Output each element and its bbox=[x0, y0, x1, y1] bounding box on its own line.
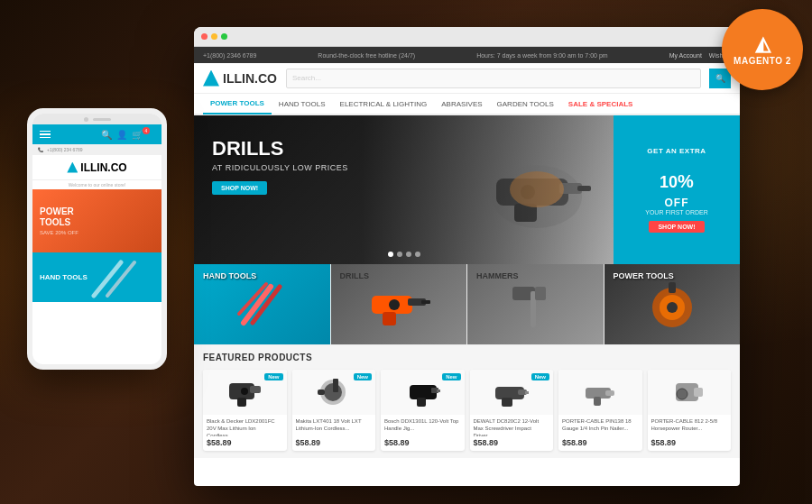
cat-label-power-tools: POWER TOOLS bbox=[614, 271, 674, 280]
browser-bar bbox=[194, 27, 740, 47]
mobile-hero-text: POWERTOOLS bbox=[40, 206, 78, 228]
mobile-search-icon[interactable]: 🔍 bbox=[101, 130, 112, 140]
mobile-hero: POWERTOOLS SAVE 20% OFF bbox=[32, 189, 161, 252]
mobile-hero-save: SAVE 20% OFF bbox=[40, 230, 78, 235]
product-price-1: $58.89 bbox=[207, 438, 283, 447]
browser-dot-red bbox=[201, 33, 208, 40]
svg-line-45 bbox=[107, 262, 134, 296]
nav-item-sale[interactable]: SALE & SPECIALS bbox=[561, 93, 641, 115]
product-card-3[interactable]: New Bosch DDX1301L 120-Volt Top Handle J… bbox=[381, 370, 465, 451]
cat-tile-drills[interactable]: DRILLS bbox=[331, 264, 468, 344]
product-info-5: PORTER-CABLE PIN138 18 Gauge 1/4 Inch Pi… bbox=[558, 415, 642, 451]
product-image-5 bbox=[558, 370, 642, 415]
nav-item-electrical[interactable]: ELECTRICAL & LIGHTING bbox=[333, 93, 435, 115]
product-name-4: DEWALT DC820C2 12-Volt Max Screwdriver I… bbox=[474, 418, 550, 436]
hamburger-menu[interactable] bbox=[40, 131, 51, 139]
promo-suffix: % bbox=[678, 171, 694, 191]
product-image-6 bbox=[648, 370, 732, 415]
svg-point-43 bbox=[677, 389, 687, 399]
product-name-5: PORTER-CABLE PIN138 18 Gauge 1/4 Inch Pi… bbox=[562, 418, 639, 436]
mobile-logo-area: ILLIN.CO bbox=[32, 155, 161, 180]
product-card-4[interactable]: New DEWALT DC820C2 12-Volt Max Screwdriv… bbox=[470, 370, 554, 451]
magento-badge: ◭ MAGENTO 2 bbox=[722, 9, 803, 90]
mobile-mockup: 🔍 👤 🛒 4 📞 +1(800) 234 6789 ILLIN.CO Welc… bbox=[27, 108, 167, 370]
desktop-mockup: +1(800) 2346 6789 Round-the-clock free h… bbox=[194, 27, 740, 486]
mobile-logo[interactable]: ILLIN.CO bbox=[67, 161, 126, 174]
nav-item-power-tools[interactable]: POWER TOOLS bbox=[203, 93, 272, 115]
mobile-logo-icon bbox=[67, 162, 78, 173]
hero-content: DRILLS AT RIDICULOUSLY LOW PRICES SHOP N… bbox=[212, 138, 348, 195]
mobile-hand-tools-section[interactable]: HAND TOOLS bbox=[32, 252, 161, 302]
svg-rect-37 bbox=[525, 391, 529, 394]
product-info-1: Black & Decker LDX2001FC 20V Max Lithium… bbox=[203, 415, 287, 451]
svg-rect-17 bbox=[535, 287, 546, 300]
mobile-home-btn bbox=[93, 118, 111, 121]
cat-tile-power-tools[interactable]: POWER TOOLS bbox=[604, 264, 741, 344]
cat-label-hand-tools: HAND TOOLS bbox=[203, 271, 256, 280]
svg-rect-23 bbox=[250, 386, 261, 393]
product-price-6: $58.89 bbox=[651, 438, 728, 447]
svg-rect-12 bbox=[421, 300, 430, 304]
promo-cta-button[interactable]: SHOP NOW! bbox=[649, 221, 704, 233]
cat-tile-hammers[interactable]: HAMMERS bbox=[467, 264, 604, 344]
mobile-hand-tools-icon bbox=[85, 255, 157, 300]
nav-item-garden[interactable]: GARDEN TOOLS bbox=[490, 93, 561, 115]
nav-item-abrasives[interactable]: ABRASIVES bbox=[434, 93, 489, 115]
product-badge-1: New bbox=[264, 373, 282, 380]
svg-rect-42 bbox=[694, 388, 703, 397]
topbar-phone: +1(800) 2346 6789 bbox=[203, 52, 256, 59]
product-tool-icon-5 bbox=[580, 374, 621, 410]
browser-dot-yellow bbox=[211, 33, 217, 40]
products-section-title: FEATURED PRODUCTS bbox=[203, 353, 731, 362]
svg-rect-21 bbox=[669, 282, 676, 293]
hero-title: DRILLS bbox=[212, 138, 348, 160]
store-topbar: +1(800) 2346 6789 Round-the-clock free h… bbox=[194, 47, 740, 63]
product-price-3: $58.89 bbox=[384, 438, 461, 447]
hero-subtitle: AT RIDICULOUSLY LOW PRICES bbox=[212, 163, 348, 172]
product-tool-icon-4 bbox=[491, 374, 531, 410]
product-card-6[interactable]: PORTER-CABLE 812 2-5/8 Horsepower Router… bbox=[648, 370, 732, 451]
mobile-cat-label: HAND TOOLS bbox=[40, 273, 88, 281]
product-tool-icon-2 bbox=[313, 374, 354, 410]
product-info-3: Bosch DDX1301L 120-Volt Top Handle Jig..… bbox=[381, 415, 465, 451]
svg-rect-24 bbox=[237, 398, 246, 407]
store-logo[interactable]: ILLIN.CO bbox=[203, 70, 277, 87]
product-name-3: Bosch DDX1301L 120-Volt Top Handle Jig..… bbox=[384, 418, 461, 436]
product-tool-icon-1 bbox=[225, 374, 265, 410]
mobile-cart-icon[interactable]: 🛒 bbox=[132, 130, 143, 140]
nav-item-hand-tools[interactable]: HAND TOOLS bbox=[272, 93, 333, 115]
hero-dot-3[interactable] bbox=[406, 252, 411, 257]
cat-tile-hand-tools[interactable]: HAND TOOLS bbox=[194, 264, 331, 344]
product-price-2: $58.89 bbox=[296, 438, 373, 447]
hero-dot-4[interactable] bbox=[415, 252, 420, 257]
logo-icon bbox=[203, 70, 219, 87]
promo-off-label: OFF bbox=[665, 197, 689, 209]
hero-slider: DRILLS AT RIDICULOUSLY LOW PRICES SHOP N… bbox=[194, 115, 614, 264]
product-info-2: Makita LXT401 18 Volt LXT Lithium-Ion Co… bbox=[292, 415, 376, 451]
mobile-phone-icon: 📞 bbox=[38, 147, 43, 152]
svg-point-20 bbox=[667, 302, 678, 313]
product-card-2[interactable]: New Makita LXT401 18 Volt LXT Lithium-Io… bbox=[292, 370, 376, 451]
svg-point-14 bbox=[389, 299, 400, 310]
search-bar: Search... bbox=[286, 69, 701, 88]
promo-title: GET AN EXTRA bbox=[647, 147, 706, 156]
product-card-5[interactable]: PORTER-CABLE PIN138 18 Gauge 1/4 Inch Pi… bbox=[558, 370, 642, 451]
logo-text: ILLIN.CO bbox=[223, 71, 277, 86]
product-tool-icon-3 bbox=[402, 374, 443, 410]
mobile-camera bbox=[84, 117, 88, 122]
hero-dot-1[interactable] bbox=[388, 252, 393, 257]
svg-rect-39 bbox=[605, 390, 614, 396]
hero-section: DRILLS AT RIDICULOUSLY LOW PRICES SHOP N… bbox=[194, 115, 740, 264]
mobile-user-icon[interactable]: 👤 bbox=[116, 130, 127, 140]
my-account-link[interactable]: My Account bbox=[669, 52, 702, 59]
svg-rect-28 bbox=[318, 389, 325, 395]
cat-label-drills: DRILLS bbox=[340, 271, 370, 280]
product-badge-3: New bbox=[442, 373, 460, 380]
mobile-nav-icons: 🔍 👤 🛒 4 bbox=[101, 130, 154, 140]
hero-cta-button[interactable]: SHOP NOW! bbox=[212, 181, 267, 195]
product-name-1: Black & Decker LDX2001FC 20V Max Lithium… bbox=[207, 418, 283, 436]
product-card-1[interactable]: New Black & Decker LDX2001FC 20V Max Lit… bbox=[203, 370, 287, 451]
hero-promo-panel: GET AN EXTRA 10% OFF YOUR FIRST ORDER SH… bbox=[614, 115, 740, 264]
hero-dot-2[interactable] bbox=[397, 252, 402, 257]
mobile-phone-text: +1(800) 234 6789 bbox=[47, 147, 83, 152]
